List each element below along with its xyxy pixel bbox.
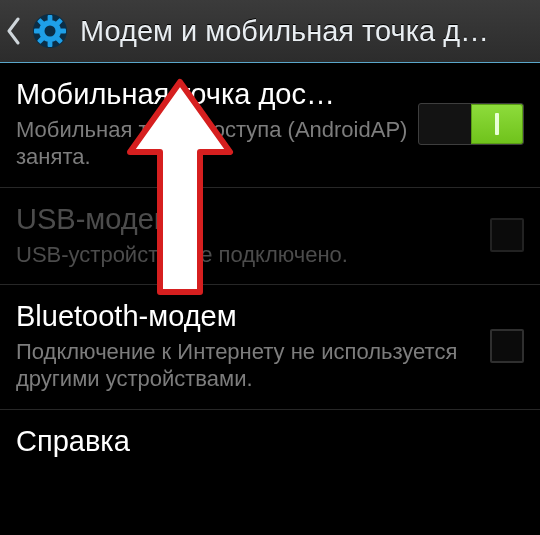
svg-rect-3 (48, 41, 53, 47)
row-subtitle: USB-устройство не подключено. (16, 241, 482, 269)
usb-checkbox (490, 218, 524, 252)
svg-rect-5 (60, 29, 66, 34)
row-subtitle: Мобильная точка доступа (AndroidAP) заня… (16, 116, 418, 171)
row-title: Мобильная точка дос… (16, 77, 418, 112)
back-button[interactable] (0, 0, 28, 62)
bt-checkbox[interactable] (490, 329, 524, 363)
row-title: Справка (16, 424, 524, 459)
settings-gear-icon (28, 9, 72, 53)
row-mobile-hotspot[interactable]: Мобильная точка дос… Мобильная точка дос… (0, 63, 540, 188)
action-bar: Модем и мобильная точка д… (0, 0, 540, 63)
row-title: USB-модем (16, 202, 482, 237)
row-bluetooth-tether[interactable]: Bluetooth-модем Подключение к Интернету … (0, 285, 540, 410)
svg-rect-4 (34, 29, 40, 34)
toggle-knob-on (471, 104, 523, 144)
row-subtitle: Подключение к Интернету не используется … (16, 338, 482, 393)
settings-list: Мобильная точка дос… Мобильная точка дос… (0, 63, 540, 475)
svg-point-10 (45, 26, 56, 37)
row-usb-tether: USB-модем USB-устройство не подключено. (0, 188, 540, 285)
svg-rect-2 (48, 15, 53, 21)
page-title: Модем и мобильная точка д… (80, 15, 534, 48)
chevron-left-icon (6, 17, 22, 45)
row-title: Bluetooth-модем (16, 299, 482, 334)
hotspot-toggle[interactable] (418, 103, 524, 145)
row-help[interactable]: Справка (0, 410, 540, 475)
